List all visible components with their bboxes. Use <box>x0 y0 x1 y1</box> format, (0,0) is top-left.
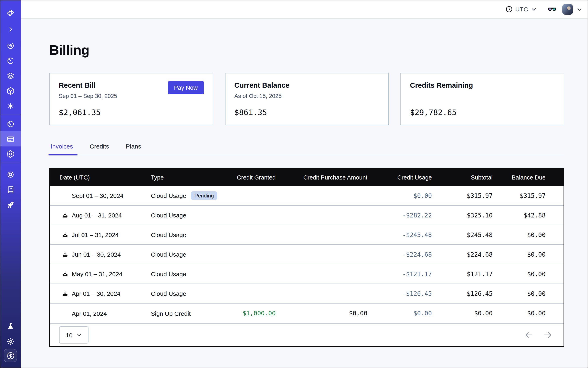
content: Billing Recent Bill Sep 01 – Sep 30, 202… <box>21 19 588 368</box>
pay-now-button[interactable]: Pay Now <box>168 81 204 94</box>
invoice-table-body: Sept 01 – 30, 2024 Cloud Usage Pending $… <box>50 186 563 323</box>
box-icon[interactable] <box>0 83 21 98</box>
theme-sun-icon[interactable] <box>0 334 21 349</box>
previous-page-arrow[interactable] <box>524 330 534 340</box>
settings-gear-icon[interactable] <box>0 147 21 162</box>
invoice-date: Apr 01 – 30, 2024 <box>72 290 120 297</box>
timezone-label: UTC <box>515 6 528 13</box>
subtotal-cell: $325.10 <box>438 212 499 219</box>
download-invoice-icon[interactable] <box>62 270 68 277</box>
history-timer-icon[interactable] <box>0 53 21 68</box>
invoice-row: Jun 01 – 30, 2024 Cloud Usage -$224.68 $… <box>50 245 563 264</box>
usage-gauge-icon[interactable] <box>0 116 21 131</box>
balance-due-cell: $315.97 <box>499 192 563 199</box>
tab-invoices[interactable]: Invoices <box>49 143 74 155</box>
invoice-type-cell: Cloud Usage <box>151 290 220 297</box>
invoice-type-cell: Sign Up Credit <box>151 310 220 317</box>
tab-credits[interactable]: Credits <box>89 143 110 155</box>
layers-icon[interactable] <box>0 68 21 83</box>
app-window: UTC Billing <box>0 0 588 368</box>
card-amount: $861.35 <box>234 108 379 117</box>
balance-due-cell: $42.88 <box>499 212 563 219</box>
credit-card-icon <box>6 135 15 143</box>
invoice-date: Aug 01 – 31, 2024 <box>72 212 122 219</box>
download-invoice-icon[interactable] <box>62 212 68 219</box>
card-amount: $29,782.65 <box>410 108 555 117</box>
credits-remaining-card: Credits Remaining $29,782.65 <box>401 73 564 125</box>
invoice-row: Apr 01 – 30, 2024 Cloud Usage -$126.45 $… <box>50 284 563 304</box>
credit-usage-cell: $0.00 <box>374 310 438 317</box>
invoice-row: Jul 01 – 31, 2024 Cloud Usage -$245.48 $… <box>50 225 563 245</box>
download-invoice-icon[interactable] <box>62 192 68 199</box>
invoice-date: Jun 01 – 30, 2024 <box>72 251 121 258</box>
col-credit-usage: Credit Usage <box>374 174 438 181</box>
credit-usage-cell: -$245.48 <box>374 231 438 239</box>
invoice-row: Apr 01, 2024 Sign Up Credit $1,000.00 $0… <box>50 304 563 323</box>
subtotal-cell: $245.48 <box>438 231 499 239</box>
invoice-date-cell: Sept 01 – 30, 2024 <box>50 192 151 199</box>
download-invoice-icon[interactable] <box>62 251 68 258</box>
card-subtitle <box>410 93 555 100</box>
chevron-down-icon <box>531 6 537 12</box>
docs-book-icon[interactable] <box>0 182 21 197</box>
subtotal-cell: $224.68 <box>438 251 499 258</box>
tab-plans[interactable]: Plans <box>125 143 142 155</box>
invoice-date: Sept 01 – 30, 2024 <box>72 192 124 199</box>
subtotal-cell: $126.45 <box>438 290 499 297</box>
credit-purchase-cell: $0.00 <box>282 310 374 317</box>
invoice-date-cell: Apr 01 – 30, 2024 <box>50 290 151 297</box>
observe-icon[interactable] <box>0 38 21 53</box>
balance-due-cell: $0.00 <box>499 270 563 278</box>
download-invoice-icon[interactable] <box>62 231 68 238</box>
timezone-selector[interactable]: UTC <box>505 5 537 13</box>
credit-granted-cell: $1,000.00 <box>220 310 282 317</box>
asterisk-icon[interactable] <box>0 98 21 113</box>
sidebar-item-billing[interactable] <box>0 131 21 147</box>
topbar: UTC <box>21 0 588 19</box>
credit-usage-cell: $0.00 <box>374 192 438 199</box>
current-balance-card: Current Balance As of Oct 15, 2025 $861.… <box>225 73 389 125</box>
account-chevron-down-icon[interactable] <box>576 6 583 12</box>
orbit-logo-icon[interactable] <box>0 5 21 20</box>
invoice-type-cell: Cloud Usage Pending <box>151 191 220 200</box>
invoice-date-cell: May 01 – 31, 2024 <box>50 270 151 277</box>
table-footer: 10 <box>50 323 563 346</box>
invoice-date-cell: Jun 01 – 30, 2024 <box>50 251 151 258</box>
billing-tabs: Invoices Credits Plans <box>49 143 564 155</box>
status-badge: Pending <box>191 191 217 200</box>
col-balance-due: Balance Due <box>499 174 563 181</box>
download-invoice-icon[interactable] <box>62 290 68 297</box>
summary-cards: Recent Bill Sep 01 – Sep 30, 2025 $2,061… <box>49 73 564 125</box>
credit-usage-cell: -$224.68 <box>374 251 438 258</box>
credits-dollar-badge-button[interactable] <box>4 349 17 362</box>
invoice-type-cell: Cloud Usage <box>151 231 220 238</box>
helm-icon[interactable] <box>0 167 21 182</box>
col-credit-purchase-amount: Credit Purchase Amount <box>282 174 374 181</box>
next-page-arrow[interactable] <box>543 330 552 340</box>
invoice-table: Date (UTC) Type Credit Granted Credit Pu… <box>49 168 564 347</box>
balance-due-cell: $0.00 <box>499 231 563 239</box>
chevron-down-icon <box>76 332 82 338</box>
credit-usage-cell: -$121.17 <box>374 270 438 278</box>
subtotal-cell: $315.97 <box>438 192 499 199</box>
subtotal-cell: $121.17 <box>438 270 499 278</box>
invoice-date-cell: Aug 01 – 31, 2024 <box>50 212 151 219</box>
credit-usage-cell: -$282.22 <box>374 212 438 219</box>
quickstart-rocket-icon[interactable] <box>0 197 21 212</box>
invoice-date: May 01 – 31, 2024 <box>72 270 123 277</box>
invoice-date: Jul 01 – 31, 2024 <box>72 231 119 238</box>
invoice-date: Apr 01, 2024 <box>72 310 107 317</box>
invoice-type-cell: Cloud Usage <box>151 251 220 258</box>
col-subtotal: Subtotal <box>438 174 499 181</box>
invoice-type: Cloud Usage <box>151 192 186 199</box>
card-title: Current Balance <box>234 81 379 90</box>
labs-flask-icon[interactable] <box>0 319 21 334</box>
avatar[interactable] <box>562 4 573 15</box>
download-invoice-icon[interactable] <box>62 310 68 317</box>
invoice-type: Cloud Usage <box>151 270 186 277</box>
expand-chevron-icon[interactable] <box>0 22 21 37</box>
reader-glasses-icon[interactable] <box>548 5 557 14</box>
page-size-select[interactable]: 10 <box>59 326 89 343</box>
credit-usage-cell: -$126.45 <box>374 290 438 297</box>
clock-icon <box>505 5 513 13</box>
